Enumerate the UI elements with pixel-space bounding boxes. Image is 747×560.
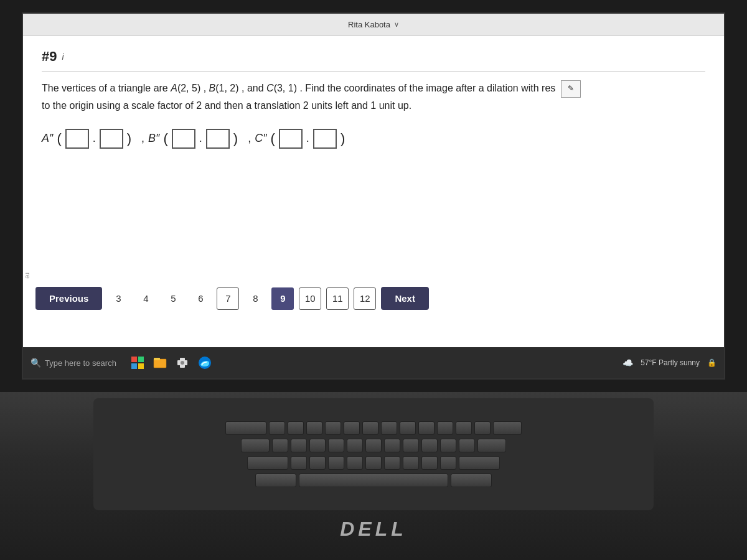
main-content: #9 i The vertices of a triangle are A(2,… [23, 36, 724, 347]
input-b-y[interactable] [206, 129, 230, 149]
svg-rect-3 [138, 363, 144, 369]
keyboard-area: DELL [0, 392, 747, 560]
taskbar-right: ☁️ 57°F Partly sunny 🔒 [622, 358, 716, 368]
search-icon: 🔍 [31, 358, 41, 368]
question-text-part1: The vertices of a triangle are A(2, 5) ,… [42, 83, 555, 93]
input-c-x[interactable] [279, 129, 303, 149]
input-a-y[interactable] [100, 129, 123, 149]
page-10[interactable]: 10 [299, 287, 321, 310]
page-11[interactable]: 11 [326, 287, 349, 310]
weather-label: 57°F Partly sunny [641, 358, 700, 367]
question-text: The vertices of a triangle are A(2, 5) ,… [42, 80, 705, 114]
page-7[interactable]: 7 [217, 287, 239, 310]
top-bar: Rita Kabota ∨ [23, 14, 724, 36]
pagination: Previous 3 4 5 6 7 8 9 10 11 12 Next [35, 287, 712, 310]
page-6[interactable]: 6 [189, 287, 212, 310]
input-c-y[interactable] [313, 129, 337, 149]
dell-logo: DELL [340, 518, 407, 541]
input-a-x[interactable] [65, 129, 89, 149]
page-3[interactable]: 3 [107, 287, 129, 310]
answer-label-a: A″ [42, 132, 53, 145]
page-5[interactable]: 5 [162, 287, 184, 310]
taskbar-search[interactable]: 🔍 Type here to search [31, 358, 116, 368]
key-row-2 [241, 439, 506, 452]
screen: Rita Kabota ∨ #9 i The vertices of a tri… [22, 12, 725, 380]
question-text-part2: to the origin using a scale factor of 2 … [42, 100, 411, 111]
taskbar-search-label[interactable]: Type here to search [45, 358, 116, 368]
laptop-shell: Rita Kabota ∨ #9 i The vertices of a tri… [0, 0, 747, 560]
previous-button[interactable]: Previous [35, 287, 102, 310]
next-button[interactable]: Next [381, 287, 429, 310]
screen-area: Rita Kabota ∨ #9 i The vertices of a tri… [0, 0, 747, 392]
top-bar-title: Rita Kabota [348, 20, 390, 29]
taskbar: 🔍 Type here to search [23, 347, 724, 378]
answer-label-b: B″ [148, 132, 159, 145]
page-9[interactable]: 9 [271, 287, 294, 310]
page-4[interactable]: 4 [134, 287, 157, 310]
info-icon: i [62, 52, 63, 62]
answer-area: A″ ( . ) , B″ ( . ) , C″ ( [42, 129, 705, 149]
svg-rect-5 [154, 358, 160, 360]
weather-icon: ☁️ [622, 358, 633, 368]
svg-point-8 [181, 361, 184, 365]
edge-icon[interactable] [195, 353, 215, 373]
svg-rect-1 [138, 357, 144, 362]
key-row-1 [225, 421, 522, 435]
battery-icon: 🔒 [707, 358, 716, 367]
page-8[interactable]: 8 [244, 287, 266, 310]
question-header: #9 i [42, 49, 705, 72]
svg-rect-0 [131, 357, 137, 362]
input-b-x[interactable] [172, 129, 195, 149]
page-12[interactable]: 12 [354, 287, 376, 310]
settings-icon[interactable] [172, 353, 192, 373]
key-row-4 [255, 474, 492, 487]
key-row-3 [247, 456, 500, 470]
question-number: #9 [42, 49, 57, 65]
svg-rect-2 [131, 363, 137, 369]
file-explorer-icon[interactable] [150, 353, 170, 373]
dell-logo-area: DELL [340, 518, 407, 541]
math-tool-icon[interactable]: ✎ [561, 80, 581, 98]
windows-icon[interactable] [128, 353, 148, 373]
chevron-down-icon: ∨ [394, 21, 399, 29]
taskbar-apps [128, 353, 215, 373]
side-label: re [24, 273, 32, 279]
keyboard-body [93, 398, 654, 510]
svg-rect-4 [154, 359, 166, 368]
answer-label-c: C″ [255, 132, 266, 145]
